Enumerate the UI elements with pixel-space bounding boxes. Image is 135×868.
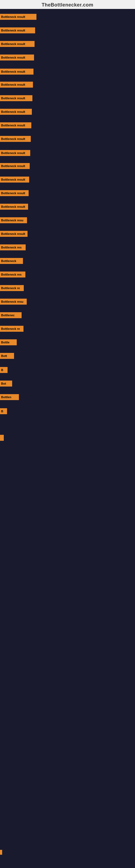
bottleneck-bar: B [0,367,8,373]
header: TheBottlenecker.com [0,0,135,9]
bar-container: Bottleneck result [0,163,30,169]
bar-container: Bottlenec [0,312,21,318]
bottleneck-bar: Bottleneck result [0,27,35,33]
bar-container: Bottleneck result [0,150,30,156]
bar-container: B [0,408,7,414]
bottleneck-bar: Bottleneck res [0,244,26,250]
bottleneck-bar: Bottleneck res [0,272,26,278]
bar-container: Bottleneck result [0,14,37,20]
bar-container: Bottleneck result [0,136,31,142]
bottleneck-bar: Bottle [0,339,17,345]
bottleneck-bar: Bottleneck resu [0,217,27,223]
bar-container: Bottleneck result [0,82,33,88]
bottleneck-bar: Bottleneck result [0,95,32,101]
chart-area: Bottleneck resultBottleneck resultBottle… [0,9,135,868]
bottleneck-bar: Bottleneck result [0,82,33,88]
bottleneck-bar: Bottleneck result [0,177,29,183]
bar-container: Bottleneck resu [0,217,27,223]
bar-container: Bottleneck result [0,231,28,237]
bar-container [0,850,2,855]
bar-container: Bot [0,380,12,386]
bar-container: Bottleneck [0,258,23,264]
bottleneck-bar: Bottlenec [0,312,21,318]
bar-container: Bottleneck re [0,285,24,291]
bottleneck-bar-small [0,435,4,441]
bar-container: Bottleneck re [0,326,24,332]
bottleneck-bar: Bot [0,380,12,386]
bar-container: Bottleneck result [0,109,32,115]
bottleneck-bar: Bottleneck resu [0,299,27,305]
bar-container: Bottleneck res [0,244,26,250]
bar-container: Bottleneck result [0,27,35,33]
bottleneck-bar: Bottleneck result [0,163,30,169]
bottleneck-bar: Bottleneck result [0,109,32,115]
bottleneck-bar: Bottleneck result [0,190,29,196]
bottleneck-bar: Bottleneck [0,258,23,264]
bar-container: Bottleneck result [0,122,31,128]
bar-container: Bottleneck res [0,272,26,278]
bar-container: Bottle [0,339,17,345]
bar-container: Bottleneck result [0,41,35,47]
bottleneck-bar: Bottleneck result [0,231,28,237]
bottleneck-bar: Bottleneck result [0,55,34,61]
bottleneck-bar: Bottleneck result [0,204,28,210]
bottleneck-bar: B [0,408,7,414]
bar-container: Bott [0,353,14,359]
bar-container [0,435,4,441]
bar-container: Bottleneck result [0,95,32,101]
bottleneck-bar: Bottleneck result [0,41,35,47]
bar-container: Bottleneck result [0,177,29,183]
bar-container: B [0,367,8,373]
bar-container: Bottleneck result [0,69,34,74]
bar-container: Bottleneck resu [0,299,27,305]
bar-container: Bottleneck result [0,55,34,61]
bottleneck-bar: Bottleneck result [0,69,34,74]
bottleneck-bar: Bottlen [0,394,19,400]
bottleneck-bar-tiny [0,850,2,855]
bottleneck-bar: Bott [0,353,14,359]
bar-container: Bottlen [0,394,19,400]
bar-container: Bottleneck result [0,204,28,210]
bottleneck-bar: Bottleneck result [0,136,31,142]
bar-container: Bottleneck result [0,190,29,196]
bottleneck-bar: Bottleneck result [0,150,30,156]
bottleneck-bar: Bottleneck result [0,14,37,20]
site-title: TheBottlenecker.com [42,2,93,8]
bottleneck-bar: Bottleneck re [0,326,24,332]
bottleneck-bar: Bottleneck re [0,285,24,291]
bottleneck-bar: Bottleneck result [0,122,31,128]
